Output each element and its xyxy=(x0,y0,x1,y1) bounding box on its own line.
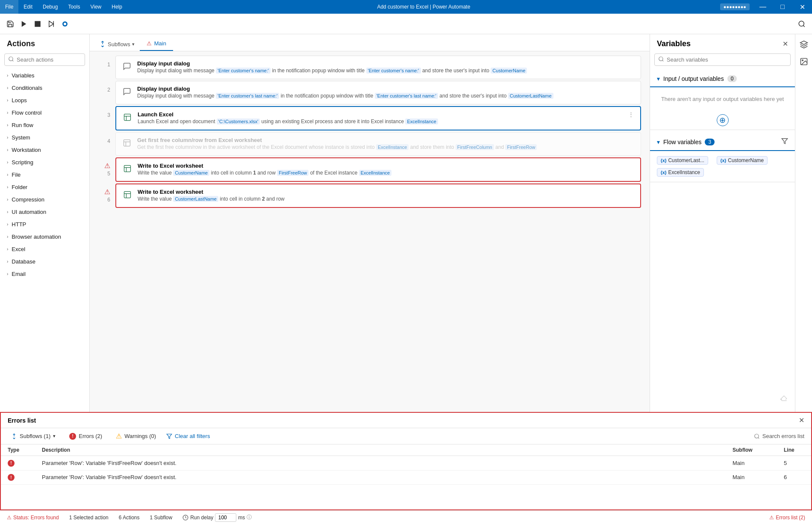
category-scripting[interactable]: › Scripting xyxy=(0,156,89,169)
flow-step-3: 3 Launch Excel Launch Excel and open doc… xyxy=(98,106,641,130)
stop-button[interactable] xyxy=(31,17,44,31)
maximize-button[interactable]: □ xyxy=(773,0,792,14)
close-errors-button[interactable]: ✕ xyxy=(799,416,804,424)
flow-variables-header[interactable]: ▾ Flow variables 3 xyxy=(650,133,795,150)
svg-rect-1 xyxy=(35,21,41,27)
highlight: FirstFreeColumn xyxy=(456,144,494,150)
menu-help[interactable]: Help xyxy=(106,0,127,14)
highlight: 'Enter customer's last name:' xyxy=(216,93,279,99)
step-card-6[interactable]: Write to Excel worksheet Write the value… xyxy=(115,184,641,208)
error-type-2: ! xyxy=(1,470,35,485)
step-desc: Write the value CustomerLastName into ce… xyxy=(138,195,635,203)
errors-table-element: Type Description Subflow Line ! Paramete… xyxy=(1,444,811,485)
variables-panel: Variables ✕ ▾ Input / output variables 0… xyxy=(650,34,795,412)
chevron-right-icon: › xyxy=(7,234,8,239)
erase-icon xyxy=(780,394,788,403)
menu-tools[interactable]: Tools xyxy=(63,0,85,14)
category-compression[interactable]: › Compression xyxy=(0,193,89,206)
close-variables-button[interactable]: ✕ xyxy=(783,40,788,48)
search-actions-input[interactable] xyxy=(17,56,88,63)
tab-subflows[interactable]: Subflows ▾ xyxy=(94,37,140,51)
variables-search-box[interactable] xyxy=(654,53,791,66)
category-excel[interactable]: › Excel xyxy=(0,243,89,255)
layers-icon[interactable] xyxy=(797,38,811,51)
var-chip-customername[interactable]: (x) CustomerName xyxy=(717,156,768,165)
image-icon[interactable] xyxy=(797,55,811,68)
run-button[interactable] xyxy=(17,17,31,31)
io-variables-header[interactable]: ▾ Input / output variables 0 xyxy=(650,71,795,86)
error-row-2[interactable]: ! Parameter 'Row': Variable 'FirstFreeRo… xyxy=(1,470,811,485)
next-step-button[interactable] xyxy=(44,17,58,31)
filter-icon[interactable] xyxy=(781,138,788,146)
menu-edit[interactable]: Edit xyxy=(18,0,38,14)
step-card-2[interactable]: Display input dialog Display input dialo… xyxy=(115,81,641,104)
step-icon xyxy=(121,163,133,175)
step-card-5[interactable]: Write to Excel worksheet Write the value… xyxy=(115,157,641,182)
col-subflow: Subflow xyxy=(726,444,777,456)
add-io-variable-button[interactable]: ⊕ xyxy=(717,114,729,126)
io-variables-count: 0 xyxy=(727,75,737,82)
step-content: Write to Excel worksheet Write the value… xyxy=(138,189,635,203)
category-workstation[interactable]: › Workstation xyxy=(0,144,89,156)
search-icon xyxy=(754,433,760,439)
status-bar: ⚠ Status: Errors found 1 Selected action… xyxy=(0,510,812,524)
category-http[interactable]: › HTTP xyxy=(0,218,89,231)
category-file[interactable]: › File xyxy=(0,169,89,181)
category-label: Workstation xyxy=(12,147,41,153)
step-card-3[interactable]: Launch Excel Launch Excel and open docum… xyxy=(115,106,641,130)
category-conditionals[interactable]: › Conditionals xyxy=(0,82,89,94)
flow-step-4: 4 Get first free column/row from Excel w… xyxy=(98,132,641,156)
step-content: Display input dialog Display input dialo… xyxy=(137,86,635,100)
var-chip-customerlast[interactable]: (x) CustomerLast... xyxy=(657,156,708,165)
category-run-flow[interactable]: › Run flow xyxy=(0,119,89,131)
actions-list: › Variables › Conditionals › Loops › Flo… xyxy=(0,69,89,412)
search-variables-input[interactable] xyxy=(667,56,787,63)
category-ui-automation[interactable]: › UI automation xyxy=(0,206,89,218)
menu-file[interactable]: File xyxy=(0,0,18,14)
actions-count: 6 Actions xyxy=(119,515,140,521)
highlight: 'Enter customer's last name:' xyxy=(375,93,438,99)
errors-filter-button[interactable]: ! Errors (2) xyxy=(66,432,106,441)
category-folder[interactable]: › Folder xyxy=(0,181,89,193)
save-button[interactable] xyxy=(3,17,17,31)
category-browser-automation[interactable]: › Browser automation xyxy=(0,231,89,243)
subflows-filter-button[interactable]: Subflows (1) ▾ xyxy=(8,432,59,441)
errors-toolbar: Subflows (1) ▾ ! Errors (2) ⚠ Warnings (… xyxy=(1,428,811,444)
error-desc-1: Parameter 'Row': Variable 'FirstFreeRow'… xyxy=(35,456,726,471)
category-database[interactable]: › Database xyxy=(0,255,89,268)
var-chip-excelinstance[interactable]: (x) ExcelInstance xyxy=(657,168,704,177)
errors-search-box[interactable]: Search errors list xyxy=(754,433,804,439)
error-desc-2: Parameter 'Row': Variable 'FirstFreeRow'… xyxy=(35,470,726,485)
highlight: FirstFreeRow xyxy=(505,144,537,150)
step-card-1[interactable]: Display input dialog Display input dialo… xyxy=(115,56,641,79)
step-more-button[interactable]: ⋮ xyxy=(627,111,635,118)
actions-search-box[interactable] xyxy=(4,53,85,66)
error-row-1[interactable]: ! Parameter 'Row': Variable 'FirstFreeRo… xyxy=(1,456,811,471)
step-card-4[interactable]: Get first free column/row from Excel wor… xyxy=(115,132,641,156)
error-dot-icon: ! xyxy=(69,433,76,440)
errors-list-link[interactable]: ⚠ Errors list (2) xyxy=(769,515,805,521)
run-delay-input[interactable] xyxy=(215,513,236,522)
menu-debug[interactable]: Debug xyxy=(38,0,63,14)
record-button[interactable] xyxy=(58,17,72,31)
tab-main[interactable]: ⚠ Main xyxy=(140,37,173,51)
minimize-button[interactable]: — xyxy=(753,0,773,14)
close-button[interactable]: ✕ xyxy=(792,0,812,14)
category-email[interactable]: › Email xyxy=(0,268,89,280)
category-flow-control[interactable]: › Flow control xyxy=(0,107,89,119)
menu-view[interactable]: View xyxy=(85,0,106,14)
warnings-filter-button[interactable]: ⚠ Warnings (0) xyxy=(112,431,159,441)
category-variables[interactable]: › Variables xyxy=(0,69,89,82)
step-title: Display input dialog xyxy=(137,86,635,92)
category-loops[interactable]: › Loops xyxy=(0,94,89,107)
category-label: Compression xyxy=(12,196,44,203)
subflow-count: 1 Subflow xyxy=(150,515,172,521)
highlight: ExcelInstance xyxy=(359,170,391,176)
search-icon xyxy=(658,56,664,63)
category-system[interactable]: › System xyxy=(0,131,89,144)
clock-icon xyxy=(182,515,188,521)
clear-filters-button[interactable]: Clear all filters xyxy=(166,433,210,439)
step-icon xyxy=(121,111,133,123)
step-desc: Write the value CustomerName into cell i… xyxy=(138,169,635,177)
search-button[interactable] xyxy=(795,17,809,31)
